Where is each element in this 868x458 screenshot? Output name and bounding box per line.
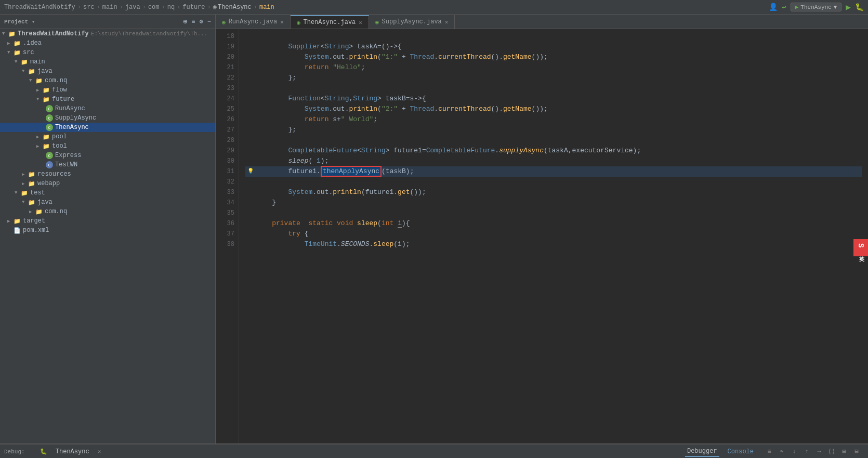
folder-icon: 📁 (14, 218, 21, 225)
tree-label: target (23, 217, 45, 225)
debug-run-button[interactable]: 🐛 (855, 3, 864, 11)
sogou-label: S (857, 243, 865, 247)
chevron-down-icon: ▼ (15, 190, 20, 195)
tree-item-RunAsync[interactable]: C RunAsync (0, 104, 215, 113)
tree-item-flow[interactable]: ▶ 📁 flow (0, 85, 215, 95)
settings-icon[interactable]: ⚙ (200, 18, 203, 25)
run-config-selector[interactable]: ▶ ThenAsync ▼ (791, 3, 842, 11)
folder-icon: 📁 (43, 87, 50, 94)
tree-item-pom[interactable]: 📄 pom.xml (0, 226, 215, 235)
code-line-32 (245, 177, 862, 187)
run-button[interactable]: ▶ (846, 2, 851, 12)
tabs-bar: ◉ RunAsync.java ✕ ◉ ThenAsync.java ✕ ◉ S… (216, 15, 868, 29)
file-icon: ◉ (375, 19, 379, 25)
code-line-21: return "Hello"; (245, 62, 862, 73)
main-layout: Project ▾ ⊕ ≡ ⚙ − ▼ 📁 ThreadWaitAndNotif… (0, 15, 868, 443)
code-line-28 (245, 135, 862, 146)
collapse-icon[interactable]: − (207, 18, 211, 25)
step-over-icon[interactable]: ↷ (777, 447, 787, 457)
tree-item-SupplyAsync[interactable]: C SupplyAsync (0, 113, 215, 123)
tree-label: tool (52, 142, 67, 150)
tree-label: flow (52, 86, 67, 94)
tab-console[interactable]: Console (726, 447, 756, 456)
top-right-controls: 👤 ↩ ▶ ThenAsync ▼ ▶ 🐛 (769, 2, 864, 12)
resume-icon[interactable]: ≡ (764, 447, 774, 457)
tree-item-ThenAsync[interactable]: C ThenAsync (0, 123, 215, 132)
breadcrumb-item: com (148, 4, 160, 11)
breadcrumb-sep: › (120, 4, 123, 11)
code-line-18 (245, 31, 862, 42)
folder-icon: 📁 (28, 68, 35, 75)
tab-debugger[interactable]: Debugger (685, 447, 719, 457)
tree-item-idea[interactable]: ▶ 📁 .idea (0, 38, 215, 48)
threads-icon[interactable]: ⊟ (851, 447, 862, 457)
tab-ThenAsync[interactable]: ◉ ThenAsync.java ✕ (291, 15, 369, 29)
evaluate-icon[interactable]: ⟨⟩ (826, 447, 837, 457)
sidebar-title: Project ▾ (4, 18, 179, 25)
debug-tabs-bar: Debug: 🐛 ThenAsync ✕ Debugger Console ≡ … (0, 444, 868, 458)
tree-item-test[interactable]: ▼ 📁 test (0, 188, 215, 198)
tree-item-tool[interactable]: ▶ 📁 tool (0, 141, 215, 151)
sort-icon[interactable]: ≡ (191, 18, 195, 25)
person-icon[interactable]: 👤 (769, 3, 778, 11)
folder-icon: 📁 (35, 77, 43, 84)
code-editor[interactable]: Supplier<String> taskA=()->{ System.out.… (239, 29, 868, 443)
tree-item-TestWN[interactable]: C TestWN (0, 160, 215, 169)
breadcrumb-sep: › (97, 4, 100, 11)
frames-icon[interactable]: ⊞ (839, 447, 849, 457)
close-icon[interactable]: ✕ (445, 19, 449, 25)
run-to-cursor-icon[interactable]: → (814, 447, 824, 457)
chevron-down-icon: ▼ (36, 97, 42, 102)
tree-item-java-test[interactable]: ▼ 📁 java (0, 198, 215, 207)
breadcrumb-sep: › (207, 4, 211, 11)
back-icon[interactable]: ↩ (782, 3, 786, 11)
tree-item-root[interactable]: ▼ 📁 ThreadWaitAndNotify E:\study\ThreadW… (0, 29, 215, 38)
java-file-icon: C (46, 152, 53, 159)
chevron-down-icon: ▼ (29, 78, 34, 83)
tree-item-main[interactable]: ▼ 📁 main (0, 57, 215, 67)
code-line-38: TimeUnit.SECONDS.sleep(i); (245, 239, 862, 250)
folder-icon: 📁 (21, 190, 28, 197)
step-into-icon[interactable]: ↓ (789, 447, 799, 457)
tree-item-src[interactable]: ▼ 📁 src (0, 48, 215, 57)
folder-icon: 📁 (14, 40, 21, 47)
close-icon[interactable]: ✕ (280, 19, 284, 25)
chevron-down-icon: ▼ (22, 69, 27, 74)
tree-label: TestWN (55, 161, 77, 168)
breadcrumb-item: main (102, 4, 117, 11)
project-sidebar: Project ▾ ⊕ ≡ ⚙ − ▼ 📁 ThreadWaitAndNotif… (0, 15, 216, 443)
tree-item-Express[interactable]: C Express (0, 151, 215, 160)
file-icon: ◉ (222, 19, 226, 25)
code-line-34: } (245, 198, 862, 208)
tab-SupplyAsync[interactable]: ◉ SupplyAsync.java ✕ (369, 15, 455, 29)
close-debug-session[interactable]: ✕ (98, 448, 101, 455)
tree-item-target[interactable]: ▶ 📁 target (0, 216, 215, 226)
top-bar: ThreadWaitAndNotify › src › main › java … (0, 0, 868, 15)
step-out-icon[interactable]: ↑ (801, 447, 812, 457)
tab-label: ThenAsync.java (304, 19, 356, 26)
code-line-24: Function<String,String> taskB=s->{ (245, 94, 862, 104)
debug-session-tab[interactable]: ThenAsync (56, 448, 89, 455)
folder-icon: 📁 (28, 199, 35, 206)
tree-item-com-nq-test[interactable]: ▶ 📁 com.nq (0, 207, 215, 216)
breadcrumb-item: future (182, 4, 205, 11)
tree-item-future[interactable]: ▼ 📁 future (0, 95, 215, 104)
code-line-19: Supplier<String> taskA=()->{ (245, 42, 862, 52)
code-content: 18 19 20 21 22 23 24 25 26 27 28 29 30 3… (216, 29, 868, 443)
gutter-31: 💡 (245, 166, 256, 177)
tree-label: Express (55, 152, 81, 159)
scope-icon[interactable]: ⊕ (183, 17, 187, 26)
file-icon: ◉ (213, 3, 217, 11)
tree-item-com-nq[interactable]: ▼ 📁 com.nq (0, 76, 215, 85)
folder-icon: 📁 (8, 31, 16, 37)
tree-item-webapp[interactable]: ▶ 📁 webapp (0, 179, 215, 188)
tab-RunAsync[interactable]: ◉ RunAsync.java ✕ (216, 15, 291, 29)
tree-item-resources[interactable]: ▶ 📁 resources (0, 169, 215, 179)
tree-item-pool[interactable]: ▶ 📁 pool (0, 132, 215, 141)
breadcrumb-item: ThenAsync (218, 4, 252, 11)
close-icon[interactable]: ✕ (359, 19, 362, 26)
chevron-right-icon: ▶ (36, 143, 42, 149)
tree-item-java[interactable]: ▼ 📁 java (0, 67, 215, 76)
tree-label: main (30, 58, 45, 66)
sogou-badge[interactable]: S 英 (853, 239, 868, 256)
